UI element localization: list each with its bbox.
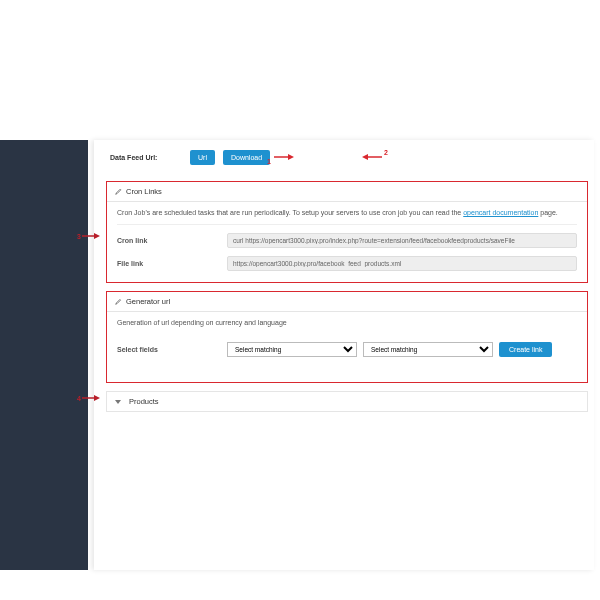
cron-description: Cron Job's are scheduled tasks that are … (117, 209, 577, 225)
annotation-4: 4 (77, 395, 81, 402)
opencart-doc-link[interactable]: opencart documentation (463, 209, 538, 216)
file-link-label: File link (117, 260, 227, 267)
generator-url-panel: Generator url Generation of url dependin… (106, 291, 588, 383)
url-button[interactable]: Url (190, 150, 215, 165)
svg-marker-5 (94, 233, 100, 239)
data-feed-label: Data Feed Url: (110, 154, 190, 161)
data-feed-row: Data Feed Url: 1 Url Download 2 (100, 144, 594, 177)
products-panel: Products (106, 391, 588, 412)
cron-link-label: Cron link (117, 237, 227, 244)
arrow-4-icon (82, 394, 100, 402)
file-link-row: File link (117, 252, 577, 275)
cron-link-input[interactable] (227, 233, 577, 248)
arrow-3-icon (82, 232, 100, 240)
cron-links-header: Cron Links (107, 182, 587, 202)
cron-links-title: Cron Links (126, 187, 162, 196)
products-header[interactable]: Products (107, 392, 587, 411)
pencil-icon (115, 298, 122, 305)
select-fields-row: Select fields Select matching Select mat… (117, 338, 577, 375)
svg-marker-1 (288, 154, 294, 160)
svg-marker-7 (94, 395, 100, 401)
products-title: Products (129, 397, 159, 406)
svg-marker-3 (362, 154, 368, 160)
create-link-button[interactable]: Create link (499, 342, 552, 357)
cron-links-panel: Cron Links Cron Job's are scheduled task… (106, 181, 588, 283)
arrow-2-icon (362, 152, 382, 162)
annotation-1: 1 (267, 158, 271, 165)
main-content: Data Feed Url: 1 Url Download 2 Cron Lin… (88, 140, 600, 580)
select-fields-label: Select fields (117, 346, 227, 353)
caret-down-icon (115, 400, 121, 404)
select-matching-2[interactable]: Select matching (363, 342, 493, 357)
annotation-2: 2 (384, 149, 388, 156)
download-button[interactable]: Download (223, 150, 270, 165)
generator-url-header: Generator url (107, 292, 587, 312)
select-matching-1[interactable]: Select matching (227, 342, 357, 357)
arrow-1-icon (274, 152, 294, 162)
file-link-input[interactable] (227, 256, 577, 271)
cron-link-row: Cron link (117, 229, 577, 252)
sidebar (0, 140, 88, 570)
generator-description: Generation of url depending on currency … (117, 319, 577, 334)
annotation-3: 3 (77, 233, 81, 240)
pencil-icon (115, 188, 122, 195)
generator-url-title: Generator url (126, 297, 170, 306)
